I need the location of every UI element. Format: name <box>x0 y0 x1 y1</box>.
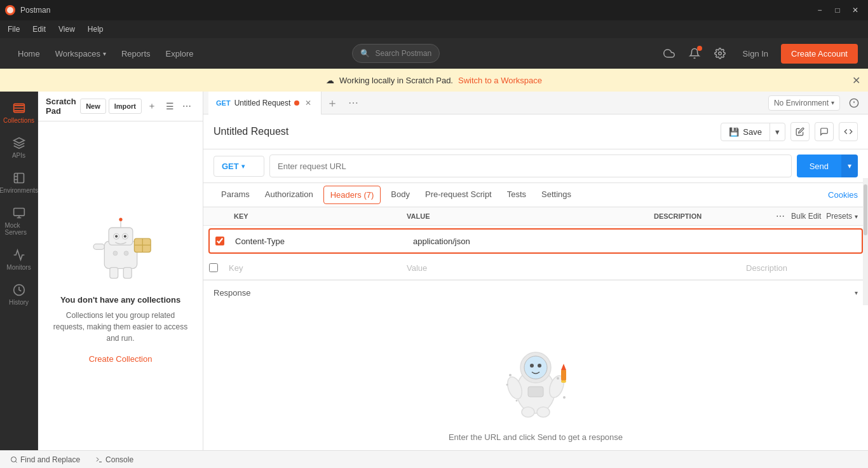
tab-close-button[interactable]: ✕ <box>303 98 313 108</box>
signin-button[interactable]: Sign In <box>735 45 776 62</box>
svg-point-36 <box>522 407 534 417</box>
response-body: Enter the URL and click Send to get a re… <box>203 305 868 450</box>
svg-point-21 <box>113 251 118 255</box>
cookies-link[interactable]: Cookies <box>828 190 858 200</box>
row-2-checkbox[interactable] <box>209 263 218 272</box>
sidebar-item-mock-servers-label: Mock Servers <box>5 222 33 236</box>
sidebar-item-collections[interactable]: Collections <box>3 97 36 129</box>
find-replace-button[interactable]: Find and Replace <box>8 454 83 465</box>
empty-desc: Collections let you group related reques… <box>51 310 190 344</box>
headers-more-button[interactable]: ⋯ <box>776 211 786 221</box>
request-tabs: Params Authorization Headers (7) Body Pr… <box>203 183 868 207</box>
svg-point-44 <box>11 457 17 462</box>
banner-text: Working locally in Scratch Pad. <box>339 76 453 85</box>
method-selector[interactable]: GET ▾ <box>214 156 264 177</box>
empty-state-illustration <box>83 209 159 285</box>
send-dropdown-button[interactable]: ▾ <box>841 155 858 177</box>
console-button[interactable]: Console <box>93 454 136 465</box>
cloud-icon-btn[interactable] <box>659 43 679 64</box>
search-placeholder: Search Postman <box>375 49 431 58</box>
more-tabs-button[interactable]: ⋯ <box>343 92 363 114</box>
edit-icon-btn[interactable] <box>790 122 810 141</box>
tab-headers[interactable]: Headers (7) <box>323 186 381 204</box>
collections-body: You don't have any collections Collectio… <box>38 121 203 450</box>
create-account-button[interactable]: Create Account <box>781 44 858 64</box>
svg-point-11 <box>123 235 126 237</box>
import-button[interactable]: Import <box>109 99 142 114</box>
bulk-edit-button[interactable]: Bulk Edit <box>791 212 821 221</box>
tab-authorization[interactable]: Authorization <box>257 183 321 207</box>
code-icon-btn[interactable] <box>839 122 858 141</box>
maximize-button[interactable]: □ <box>830 3 845 18</box>
col-desc-header: DESCRIPTION <box>649 207 776 225</box>
svg-rect-33 <box>561 369 566 382</box>
settings-icon-btn[interactable] <box>710 43 730 64</box>
sidebar-item-mock-servers[interactable]: Mock Servers <box>3 202 36 241</box>
row-2-key[interactable]: Key <box>224 258 402 278</box>
new-tab-button[interactable]: ＋ <box>322 92 343 114</box>
menu-edit[interactable]: Edit <box>30 24 48 35</box>
search-icon: 🔍 <box>360 49 370 58</box>
minimize-button[interactable]: − <box>812 3 827 18</box>
col-actions: ⋯ Bulk Edit Presets ▾ <box>776 211 868 221</box>
tab-untitled-request[interactable]: GET Untitled Request ✕ <box>208 92 322 114</box>
sidebar-item-environments[interactable]: Environments <box>3 167 36 199</box>
tab-params[interactable]: Params <box>214 183 257 207</box>
environment-selector[interactable]: No Environment ▾ <box>768 95 840 111</box>
save-button[interactable]: 💾 Save <box>721 123 770 141</box>
nav-workspaces[interactable]: Workspaces ▾ <box>48 38 114 69</box>
send-button[interactable]: Send <box>797 155 841 177</box>
request-area: GET Untitled Request ✕ ＋ ⋯ No Environmen… <box>203 92 868 450</box>
url-input[interactable] <box>269 155 792 177</box>
svg-point-22 <box>124 251 128 255</box>
tab-tests[interactable]: Tests <box>499 183 534 207</box>
svg-point-35 <box>561 380 566 383</box>
close-button[interactable]: ✕ <box>848 3 863 18</box>
sidebar-item-monitors[interactable]: Monitors <box>3 244 36 276</box>
tab-body[interactable]: Body <box>383 183 417 207</box>
row-1-value[interactable]: application/json <box>408 231 735 251</box>
sidebar-item-apis[interactable]: APIs <box>3 132 36 164</box>
search-bar[interactable]: 🔍 Search Postman <box>352 44 440 63</box>
tab-settings[interactable]: Settings <box>534 183 579 207</box>
presets-button[interactable]: Presets ▾ <box>826 212 858 221</box>
row-2-value[interactable]: Value <box>402 258 741 278</box>
switch-workspace-link[interactable]: Switch to a Workspace <box>458 76 542 85</box>
env-settings-icon-btn[interactable] <box>845 94 863 112</box>
new-collection-button[interactable]: New <box>80 99 106 114</box>
svg-rect-3 <box>14 174 24 183</box>
row-2-desc[interactable]: Description <box>741 258 868 278</box>
more-options-button[interactable]: ⋯ <box>180 99 195 114</box>
sidebar-item-history[interactable]: History <box>3 279 36 311</box>
menu-help[interactable]: Help <box>85 24 106 35</box>
add-icon-btn[interactable]: ＋ <box>144 99 159 114</box>
sidebar-item-history-label: History <box>9 299 29 306</box>
row-1-desc[interactable] <box>735 236 862 246</box>
search-area: 🔍 Search Postman <box>269 44 523 63</box>
menu-view[interactable]: View <box>56 24 78 35</box>
tab-pre-request-script[interactable]: Pre-request Script <box>417 183 499 207</box>
collections-panel-title: Scratch Pad <box>46 97 80 116</box>
tabs-right: No Environment ▾ <box>768 94 863 112</box>
save-button-group: 💾 Save ▾ <box>721 123 785 141</box>
banner-close-button[interactable]: ✕ <box>852 74 860 86</box>
request-header-actions: 💾 Save ▾ <box>721 122 858 141</box>
titlebar-left: Postman <box>5 5 50 15</box>
col-value-header: VALUE <box>402 207 649 225</box>
notification-icon-btn[interactable] <box>684 43 705 64</box>
menu-file[interactable]: File <box>5 24 22 35</box>
request-title: Untitled Request <box>214 126 288 137</box>
create-collection-button[interactable]: Create Collection <box>89 354 153 364</box>
request-header: Untitled Request 💾 Save ▾ <box>203 114 868 149</box>
window-controls[interactable]: − □ ✕ <box>812 3 863 18</box>
filter-icon-btn[interactable]: ☰ <box>162 99 177 114</box>
row-1-key[interactable]: Content-Type <box>230 231 408 251</box>
svg-point-41 <box>563 396 566 399</box>
save-dropdown-button[interactable]: ▾ <box>770 123 785 141</box>
nav-home[interactable]: Home <box>10 38 48 69</box>
row-1-checkbox[interactable] <box>215 237 224 245</box>
comment-icon-btn[interactable] <box>815 122 834 141</box>
svg-rect-7 <box>109 228 133 245</box>
nav-explore[interactable]: Explore <box>158 38 201 69</box>
nav-reports[interactable]: Reports <box>114 38 158 69</box>
